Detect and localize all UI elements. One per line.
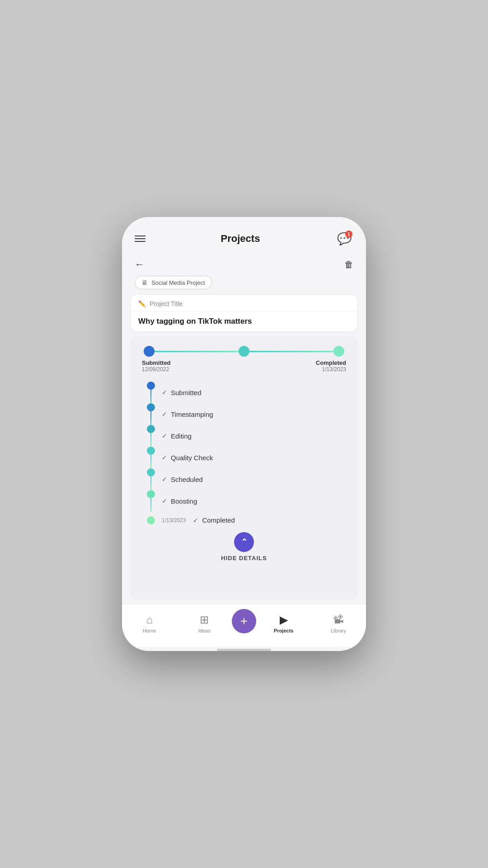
- back-button[interactable]: ←: [135, 259, 145, 270]
- home-indicator: [217, 649, 271, 651]
- ideas-icon: ⊞: [200, 613, 209, 626]
- project-title-label: ✏️ Project Title: [131, 295, 357, 311]
- step-content: ✓ Timestamping: [158, 406, 344, 423]
- step-item: ✓ Scheduled: [144, 468, 344, 490]
- nav-ideas-label: Ideas: [198, 628, 211, 633]
- step-indicator: [144, 447, 158, 468]
- nav-library-label: Library: [331, 628, 346, 633]
- sub-header: ← 🗑: [122, 255, 366, 276]
- project-title-card: ✏️ Project Title Why tagging on TikTok m…: [131, 295, 357, 331]
- step-indicator: [144, 382, 158, 403]
- timeline-start-dot: [144, 346, 155, 357]
- step-label: Timestamping: [171, 410, 213, 418]
- step-item: 1/13/2023 ✓ Completed: [144, 512, 344, 528]
- chevron-up-icon: ⌃: [241, 537, 248, 547]
- step-content: ✓ Submitted: [158, 384, 344, 401]
- pencil-icon: ✏️: [138, 300, 146, 307]
- step-label: Scheduled: [171, 476, 203, 483]
- page-title: Projects: [221, 233, 260, 245]
- notification-badge: 1: [345, 231, 352, 238]
- step-check-icon: ✓: [162, 454, 167, 461]
- step-dot: [147, 490, 155, 498]
- timeline-start-label: Submitted: [142, 359, 171, 366]
- step-dot: [147, 403, 155, 411]
- step-check-icon: ✓: [162, 497, 167, 505]
- step-indicator: [144, 516, 158, 524]
- nav-home-label: Home: [143, 628, 156, 633]
- step-connector: [150, 455, 151, 468]
- step-connector: [150, 498, 151, 512]
- nav-projects[interactable]: ▶ Projects: [256, 613, 311, 633]
- step-indicator: [144, 425, 158, 447]
- nav-library[interactable]: 📽 Library: [311, 613, 366, 633]
- step-dot: [147, 447, 155, 455]
- step-item: ✓ Timestamping: [144, 403, 344, 425]
- desktop-icon: 🖥: [141, 279, 148, 286]
- timeline-end-label: Completed: [316, 359, 346, 366]
- nav-ideas[interactable]: ⊞ Ideas: [177, 613, 232, 633]
- timeline-end-dot: [333, 346, 344, 357]
- timeline-bar: [139, 346, 349, 357]
- nav-add-button[interactable]: +: [232, 609, 256, 633]
- step-indicator: [144, 490, 158, 512]
- step-dot: [147, 425, 155, 433]
- timeline-line-2: [249, 351, 333, 352]
- step-check-icon: ✓: [162, 389, 167, 396]
- timeline-end: Completed 1/13/2023: [316, 359, 346, 373]
- step-connector: [150, 390, 151, 403]
- tag-container: 🖥 Social Media Project: [122, 276, 366, 295]
- step-item: ✓ Submitted: [144, 382, 344, 403]
- step-label: Submitted: [171, 389, 202, 396]
- delete-button[interactable]: 🗑: [344, 259, 353, 270]
- menu-button[interactable]: [135, 236, 145, 242]
- project-tag[interactable]: 🖥 Social Media Project: [135, 276, 212, 289]
- step-content: ✓ Editing: [158, 428, 344, 444]
- step-label: Quality Check: [171, 454, 213, 462]
- step-label: Editing: [171, 432, 192, 440]
- step-connector: [150, 476, 151, 490]
- timeline-start: Submitted 12/09/2022: [142, 359, 171, 373]
- projects-icon: ▶: [280, 613, 288, 626]
- step-dot: [147, 468, 155, 476]
- notification-button[interactable]: 💬 1: [335, 230, 353, 248]
- step-content: ✓ Boosting: [158, 493, 344, 509]
- step-dot: [147, 516, 155, 524]
- step-label: Completed: [202, 516, 235, 524]
- step-content: ✓ Quality Check: [158, 449, 344, 466]
- hide-details-section: ⌃ HIDE DETAILS: [139, 528, 349, 566]
- step-check-icon: ✓: [193, 517, 198, 524]
- step-date: 1/13/2023: [162, 517, 186, 524]
- timeline-mid-dot: [239, 346, 249, 357]
- hide-details-button[interactable]: ⌃: [234, 532, 254, 552]
- plus-icon: +: [240, 615, 248, 627]
- step-item: ✓ Quality Check: [144, 447, 344, 468]
- step-indicator: [144, 403, 158, 425]
- step-indicator: [144, 468, 158, 490]
- hide-details-label: HIDE DETAILS: [221, 555, 267, 561]
- timeline-line: [155, 351, 239, 352]
- app-header: Projects 💬 1: [122, 217, 366, 255]
- steps-list: ✓ Submitted ✓ Timestamping ✓ Editing: [139, 382, 349, 528]
- step-connector: [150, 433, 151, 447]
- step-content: 1/13/2023 ✓ Completed: [158, 512, 344, 528]
- step-check-icon: ✓: [162, 432, 167, 439]
- step-item: ✓ Editing: [144, 425, 344, 447]
- step-check-icon: ✓: [162, 476, 167, 483]
- step-content: ✓ Scheduled: [158, 471, 344, 488]
- nav-home[interactable]: ⌂ Home: [122, 613, 177, 633]
- timeline-labels: Submitted 12/09/2022 Completed 1/13/2023: [139, 359, 349, 373]
- project-title-value: Why tagging on TikTok matters: [131, 311, 357, 331]
- nav-projects-label: Projects: [274, 628, 293, 633]
- step-dot: [147, 382, 155, 390]
- step-label: Boosting: [171, 497, 197, 505]
- step-connector: [150, 411, 151, 425]
- library-icon: 📽: [333, 613, 344, 626]
- step-item: ✓ Boosting: [144, 490, 344, 512]
- tag-label: Social Media Project: [151, 279, 205, 286]
- bottom-nav: ⌂ Home ⊞ Ideas + ▶ Projects 📽 Library: [122, 604, 366, 647]
- home-icon: ⌂: [146, 613, 153, 626]
- progress-card: Submitted 12/09/2022 Completed 1/13/2023…: [131, 337, 357, 599]
- timeline-end-date: 1/13/2023: [316, 366, 346, 373]
- step-check-icon: ✓: [162, 410, 167, 418]
- timeline-start-date: 12/09/2022: [142, 366, 171, 373]
